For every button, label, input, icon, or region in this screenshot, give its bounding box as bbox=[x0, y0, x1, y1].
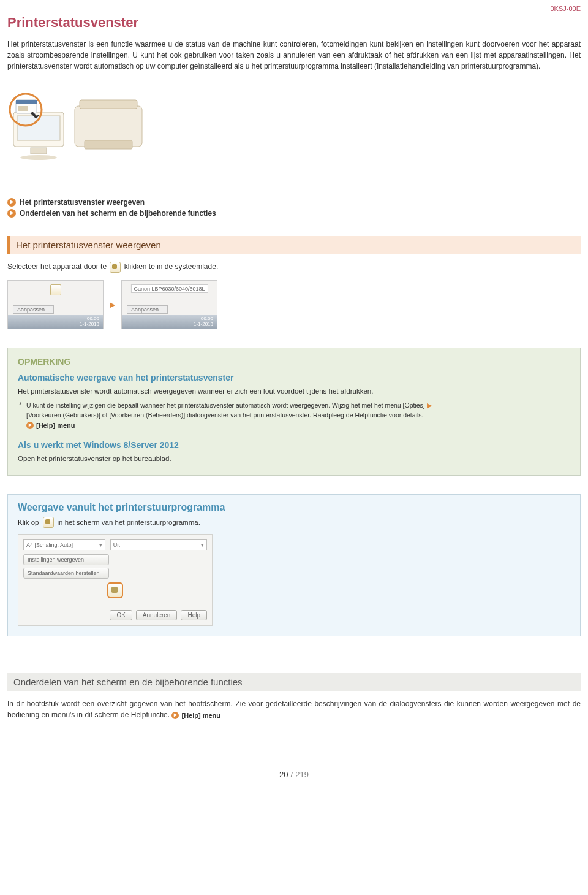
tray-printer-icon bbox=[50, 284, 61, 295]
toc-item-label: Het printerstatusvenster weergeven bbox=[20, 198, 145, 207]
svg-rect-2 bbox=[85, 140, 132, 149]
intro-paragraph: Het printerstatusvenster is een functie … bbox=[7, 39, 581, 72]
tray-printer-icon bbox=[110, 262, 121, 273]
page-number: 20/219 bbox=[7, 770, 581, 779]
toc-item-label: Onderdelen van het scherm en de bijbehor… bbox=[20, 209, 216, 218]
help-menu-link[interactable]: [Help] menu bbox=[26, 421, 75, 431]
note-label: OPMERKING bbox=[18, 357, 570, 367]
svg-rect-1 bbox=[80, 100, 137, 109]
cancel-button: Annuleren bbox=[136, 610, 178, 620]
customize-button: Aanpassen... bbox=[127, 305, 168, 314]
section-header-parts: Onderdelen van het scherm en de bijbehor… bbox=[7, 673, 581, 691]
callout-heading: Weergave vanuit het printerstuurprogramm… bbox=[18, 502, 570, 513]
note-box: OPMERKING Automatische weergave van het … bbox=[7, 348, 581, 476]
arrow-bullet-icon bbox=[172, 712, 179, 719]
toc-item-1[interactable]: Het printerstatusvenster weergeven bbox=[7, 198, 581, 207]
systray-screenshots: Aanpassen... 00:00 1-1-2013 ▶ Canon LBP6… bbox=[7, 280, 581, 329]
arrow-bullet-icon bbox=[7, 198, 16, 207]
driver-status-icon bbox=[43, 517, 54, 528]
restore-defaults-button: Standaardwaarden herstellen bbox=[23, 568, 109, 579]
doc-code: 0KSJ-00E bbox=[7, 5, 581, 12]
customize-button: Aanpassen... bbox=[13, 305, 54, 314]
tray-clock: 00:00 1-1-2013 bbox=[80, 316, 99, 327]
page-title: Printerstatusvenster bbox=[7, 15, 581, 32]
note-paragraph-2: Open het printerstatusvenster op het bur… bbox=[18, 454, 570, 464]
option-select: Uit bbox=[110, 539, 207, 550]
note-paragraph-1: Het printerstatusvenster wordt automatis… bbox=[18, 386, 570, 397]
callout-text: Klik op in het scherm van het printerstu… bbox=[18, 517, 570, 528]
systray-shot-2: Canon LBP6030/6040/6018L Aanpassen... 00… bbox=[121, 280, 217, 329]
svg-rect-10 bbox=[18, 106, 28, 111]
arrow-bullet-icon bbox=[26, 422, 34, 429]
hero-illustration bbox=[7, 82, 581, 180]
arrow-bullet-icon bbox=[7, 209, 16, 218]
section-header-display: Het printerstatusvenster weergeven bbox=[7, 236, 581, 254]
show-settings-button: Instellingen weergeven bbox=[23, 554, 109, 565]
section2-paragraph: In dit hoofdstuk wordt een overzicht geg… bbox=[7, 698, 581, 720]
tray-clock: 00:00 1-1-2013 bbox=[194, 316, 213, 327]
arrow-right-icon: ▶ bbox=[110, 300, 115, 309]
status-window-icon bbox=[107, 582, 123, 598]
callout-box: Weergave vanuit het printerstuurprogramm… bbox=[7, 494, 581, 636]
svg-rect-9 bbox=[16, 100, 37, 104]
systray-shot-1: Aanpassen... 00:00 1-1-2013 bbox=[7, 280, 104, 329]
page-size-select: A4 [Schaling: Auto] bbox=[23, 539, 105, 550]
note-heading-2: Als u werkt met Windows 8/Server 2012 bbox=[18, 440, 570, 450]
arrow-right-icon: ▶ bbox=[427, 402, 432, 409]
help-button: Help bbox=[181, 610, 207, 620]
driver-dialog-screenshot: A4 [Schaling: Auto] Uit Instellingen wee… bbox=[18, 534, 213, 626]
ok-button: OK bbox=[110, 610, 132, 620]
toc-item-2[interactable]: Onderdelen van het scherm en de bijbehor… bbox=[7, 209, 581, 218]
section1-instruction: Selecteer het apparaat door te klikken t… bbox=[7, 261, 581, 273]
help-menu-link[interactable]: [Help] menu bbox=[172, 710, 221, 721]
svg-point-6 bbox=[20, 155, 57, 160]
note-footnote: U kunt de instelling wijzigen die bepaal… bbox=[18, 400, 570, 430]
tray-tooltip: Canon LBP6030/6040/6018L bbox=[130, 284, 208, 293]
svg-rect-5 bbox=[31, 148, 47, 154]
note-heading-1: Automatische weergave van het printersta… bbox=[18, 373, 570, 383]
toc: Het printerstatusvenster weergeven Onder… bbox=[7, 198, 581, 218]
